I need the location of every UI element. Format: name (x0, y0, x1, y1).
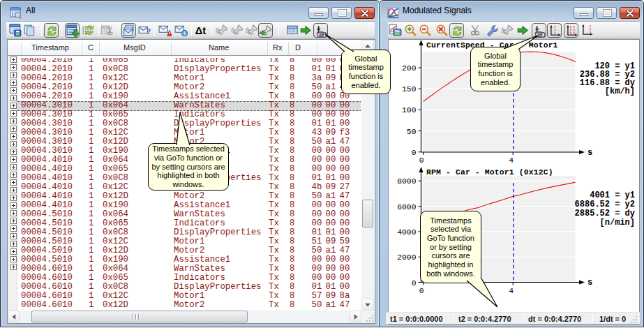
svg-text:2000: 2000 (397, 253, 417, 262)
svg-text:200: 200 (402, 64, 417, 73)
svg-text:6000: 6000 (397, 203, 417, 211)
svg-text:0: 0 (419, 287, 424, 295)
svg-text:50: 50 (407, 128, 417, 136)
svg-text:s: s (587, 148, 592, 158)
svg-text:150: 150 (402, 85, 417, 94)
svg-text:RPM - Car - Motor1 (0x12C): RPM - Car - Motor1 (0x12C) (426, 168, 553, 177)
svg-text:4000: 4000 (397, 228, 417, 237)
svg-text:4: 4 (509, 156, 514, 165)
svg-text:4001 = y1: 4001 = y1 (590, 191, 635, 200)
svg-text:0: 0 (412, 279, 417, 288)
svg-text:100: 100 (402, 106, 417, 114)
svg-text:s: s (587, 278, 592, 288)
svg-text:2885.52 = dy: 2885.52 = dy (575, 209, 635, 218)
svg-text:Δt: Δt (195, 25, 205, 36)
svg-text:?: ? (146, 27, 150, 36)
svg-text:0: 0 (412, 149, 417, 157)
svg-text:6886.52 = y2: 6886.52 = y2 (575, 200, 635, 209)
svg-text:8000: 8000 (397, 177, 417, 186)
svg-text:[n/min]: [n/min] (600, 218, 635, 228)
svg-text:4: 4 (509, 287, 514, 295)
svg-text:[km/h]: [km/h] (605, 87, 635, 96)
svg-text:0: 0 (419, 156, 424, 165)
